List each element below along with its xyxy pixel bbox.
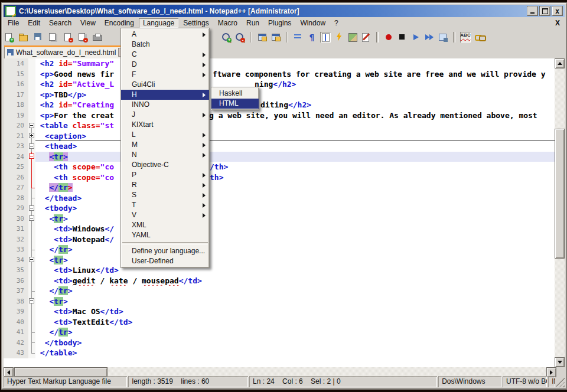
fold-margin[interactable]: [28, 317, 35, 328]
fold-margin[interactable]: [28, 120, 35, 131]
scroll-down-button[interactable]: [555, 357, 565, 367]
language-submenu-item-html[interactable]: HTML: [211, 99, 259, 109]
language-menu-item-c[interactable]: C: [121, 50, 209, 60]
fold-margin[interactable]: [28, 110, 35, 121]
macro-play-icon[interactable]: [410, 32, 421, 43]
language-menu-item-j[interactable]: J: [121, 110, 209, 120]
code-line-40[interactable]: 40 <td>TextEdit</td>: [4, 317, 556, 328]
fold-margin[interactable]: [28, 276, 35, 286]
macro-run-multiple-icon[interactable]: [424, 32, 435, 43]
close-icon[interactable]: -: [63, 32, 73, 43]
code-text[interactable]: </table>: [35, 348, 556, 358]
line-number[interactable]: 27: [4, 182, 28, 193]
code-text[interactable]: <h2 id="Active_Lning</h2>: [35, 79, 556, 90]
fold-open-marker[interactable]: [29, 153, 34, 159]
fold-margin[interactable]: [28, 234, 35, 245]
language-menu-item-inno[interactable]: INNO: [121, 100, 209, 110]
language-submenu-item-haskell[interactable]: Haskell: [211, 89, 259, 99]
document-map-icon[interactable]: [347, 32, 358, 43]
close-button[interactable]: x: [552, 6, 563, 16]
language-menu-item-h[interactable]: H: [121, 90, 209, 100]
line-number[interactable]: 33: [4, 244, 28, 255]
line-number[interactable]: 42: [4, 338, 28, 348]
browser-link-icon[interactable]: [474, 32, 484, 43]
line-number[interactable]: 34: [4, 255, 28, 266]
spell-check-icon[interactable]: ABC: [460, 32, 471, 43]
code-text[interactable]: <td>TextEdit</td>: [35, 317, 556, 328]
menubar-item-view[interactable]: View: [76, 18, 100, 28]
code-text[interactable]: <caption>: [35, 131, 556, 142]
code-line-21[interactable]: 21 <caption>: [4, 131, 556, 142]
language-menu-item-n[interactable]: N: [121, 150, 209, 160]
code-line-16[interactable]: 16 <h2 id="Active_Lning</h2>: [4, 79, 556, 90]
code-text[interactable]: <tbody>: [35, 203, 556, 214]
line-number[interactable]: 41: [4, 327, 28, 338]
save-icon[interactable]: [33, 32, 44, 43]
sync-vertical-scroll-icon[interactable]: [257, 32, 268, 43]
line-number[interactable]: 26: [4, 172, 28, 183]
menubar-item--[interactable]: ?: [330, 18, 343, 28]
language-menu-item-xml[interactable]: XML: [121, 220, 209, 230]
fold-open-marker[interactable]: [29, 205, 34, 211]
language-menu-item-batch[interactable]: Batch: [121, 40, 209, 50]
open-file-icon[interactable]: [18, 32, 29, 43]
language-menu-item-m[interactable]: M: [121, 140, 209, 150]
fold-margin[interactable]: [28, 58, 35, 69]
fold-margin[interactable]: [28, 79, 35, 90]
code-line-26[interactable]: 26 <th scope="coth>: [4, 172, 556, 183]
code-text[interactable]: <td>Mac OS</td>: [35, 306, 556, 317]
function-completion-icon[interactable]: [334, 32, 344, 43]
fold-margin[interactable]: [28, 193, 35, 204]
vertical-scroll-thumb[interactable]: [555, 129, 565, 259]
code-text[interactable]: <th scope="co/th>: [35, 162, 556, 172]
language-menu-item-a[interactable]: A: [121, 30, 209, 40]
fold-margin[interactable]: [28, 172, 35, 183]
language-menu-item-f[interactable]: F: [121, 70, 209, 80]
code-text[interactable]: </tbody>: [35, 338, 556, 348]
code-line-33[interactable]: 33 </tr>: [4, 244, 556, 255]
menubar-item-run[interactable]: Run: [242, 18, 263, 28]
code-text[interactable]: </thead>: [35, 193, 556, 204]
fold-margin[interactable]: [28, 306, 35, 317]
macro-record-icon[interactable]: [383, 32, 394, 43]
close-all-icon[interactable]: -: [77, 32, 88, 43]
code-text[interactable]: <p>TBD</p>: [35, 90, 556, 100]
title-bar[interactable]: C:\Users\user\Desktop\What_software_do_I…: [4, 5, 565, 17]
print-icon[interactable]: [92, 32, 103, 43]
language-menu-item-s[interactable]: S: [121, 190, 209, 200]
line-number[interactable]: 43: [4, 348, 28, 358]
code-text[interactable]: <th scope="coth>: [35, 172, 556, 183]
code-line-17[interactable]: 17 <p>TBD</p>: [4, 90, 556, 100]
indent-guide-icon[interactable]: [320, 32, 331, 43]
fold-margin[interactable]: [28, 90, 35, 100]
fold-open-marker[interactable]: [29, 143, 34, 149]
tab-what-software-do-i-need[interactable]: What_software_do_I_need.html x: [4, 45, 131, 58]
menubar-item-encoding[interactable]: Encoding: [100, 18, 138, 28]
menubar-item-settings[interactable]: Settings: [179, 18, 213, 28]
code-line-42[interactable]: 42 </tbody>: [4, 338, 556, 348]
line-number[interactable]: 21: [4, 131, 28, 142]
line-number[interactable]: 29: [4, 203, 28, 214]
code-text[interactable]: <td>Linux</td>: [35, 265, 556, 276]
line-number[interactable]: 24: [4, 152, 28, 162]
status-insert-mode[interactable]: INS: [548, 376, 555, 387]
menubar-item-file[interactable]: File: [4, 18, 23, 28]
language-menu-item-t[interactable]: T: [121, 200, 209, 210]
menubar-close-document-icon[interactable]: X: [550, 19, 565, 27]
minimize-button[interactable]: [527, 6, 538, 16]
menubar-item-edit[interactable]: Edit: [24, 18, 44, 28]
fold-margin[interactable]: [28, 338, 35, 348]
macro-stop-icon[interactable]: [397, 32, 408, 43]
menubar-item-window[interactable]: Window: [296, 18, 330, 28]
code-text[interactable]: </tr>: [35, 182, 556, 193]
code-line-32[interactable]: 32 <td>Notepad</: [4, 234, 556, 245]
line-number[interactable]: 40: [4, 317, 28, 328]
line-number[interactable]: 25: [4, 162, 28, 172]
code-line-36[interactable]: 36 <td>gedit / kate / mousepad</td>: [4, 276, 556, 286]
code-line-38[interactable]: 38 <tr>: [4, 296, 556, 307]
code-text[interactable]: <h2 id="Creatingditing</h2>: [35, 100, 556, 110]
status-eol-format[interactable]: Dos\Windows: [438, 376, 501, 387]
code-text[interactable]: <table class="st: [35, 120, 556, 131]
fold-margin[interactable]: [28, 69, 35, 80]
menubar-item-macro[interactable]: Macro: [214, 18, 242, 28]
